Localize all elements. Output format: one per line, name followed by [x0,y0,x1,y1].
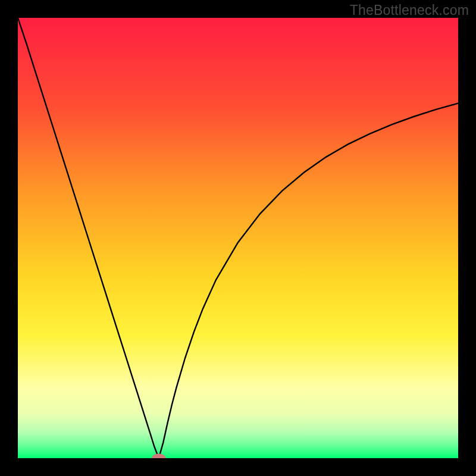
chart-svg [18,18,458,458]
bottleneck-chart [18,18,458,458]
gradient-background [18,18,458,458]
watermark-label: TheBottleneck.com [350,2,469,18]
chart-frame: TheBottleneck.com [0,0,476,476]
